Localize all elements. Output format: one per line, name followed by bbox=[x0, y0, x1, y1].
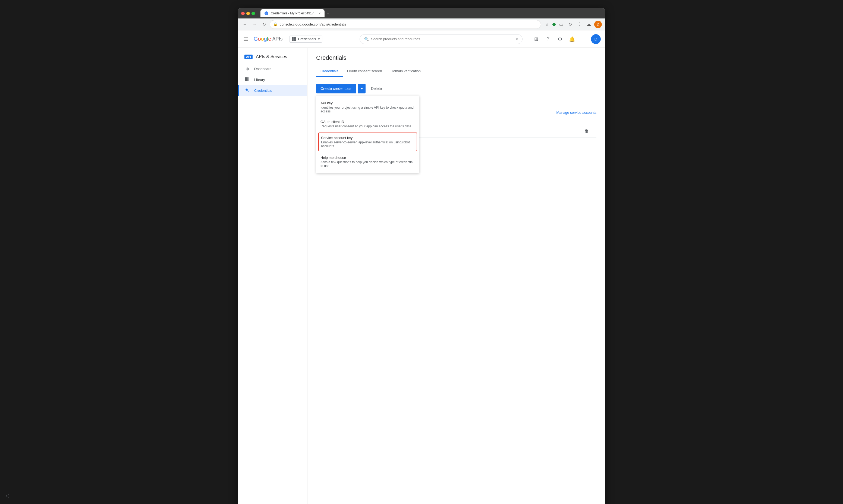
sidebar-label-credentials: Credentials bbox=[254, 89, 272, 93]
svg-rect-5 bbox=[294, 39, 296, 41]
svg-rect-9 bbox=[249, 77, 249, 80]
tab-bar: G Credentials - My Project 4917... ✕ + bbox=[261, 9, 331, 17]
reload-button[interactable]: ↻ bbox=[261, 21, 268, 28]
bookmark-icon[interactable]: ☆ bbox=[543, 21, 551, 28]
shield-icon[interactable]: 🛡 bbox=[576, 21, 584, 28]
cast-icon[interactable]: ▭ bbox=[557, 21, 565, 28]
back-button[interactable]: ← bbox=[241, 21, 249, 28]
logo-e: e bbox=[268, 36, 271, 42]
dropdown-item-service-account-key[interactable]: Service account key Enables server-to-se… bbox=[318, 132, 417, 151]
browser-tab-active[interactable]: G Credentials - My Project 4917... ✕ bbox=[261, 9, 325, 17]
logo-o2: o bbox=[261, 36, 264, 42]
action-bar: Create credentials ▾ Delete API key Iden… bbox=[316, 84, 596, 93]
tab-domain-verification[interactable]: Domain verification bbox=[386, 66, 425, 77]
svg-point-12 bbox=[246, 89, 247, 90]
svg-rect-3 bbox=[294, 37, 296, 39]
dropdown-arrow-icon: ▾ bbox=[361, 86, 363, 91]
toolbar-right-icons: ☆ ▭ ⟳ 🛡 ☁ D bbox=[543, 21, 602, 28]
sidebar-label-dashboard: Dashboard bbox=[254, 67, 272, 71]
sidebar-title: APIs & Services bbox=[256, 54, 287, 59]
service-account-key-title: Service account key bbox=[321, 136, 414, 140]
search-dropdown-icon: ▾ bbox=[516, 37, 518, 41]
browser-toolbar: ← → ↻ 🔒 console.cloud.google.com/apis/cr… bbox=[238, 18, 605, 31]
search-bar[interactable]: 🔍 ▾ bbox=[360, 34, 522, 44]
maximize-button[interactable] bbox=[251, 12, 255, 15]
tab-title: Credentials - My Project 4917... bbox=[271, 12, 317, 15]
avatar-letter: D bbox=[594, 37, 597, 41]
logo-o1: o bbox=[258, 36, 261, 42]
lock-icon: 🔒 bbox=[273, 22, 277, 26]
library-icon bbox=[245, 77, 250, 82]
browser-titlebar: G Credentials - My Project 4917... ✕ + bbox=[238, 8, 605, 18]
create-credentials-label: Create credentials bbox=[321, 86, 352, 91]
tab-credentials[interactable]: Credentials bbox=[316, 66, 343, 77]
create-credentials-button[interactable]: Create credentials bbox=[316, 84, 356, 93]
page-title: Credentials bbox=[316, 54, 596, 61]
logo-g: G bbox=[254, 36, 258, 42]
settings-icon-button[interactable]: ⚙ bbox=[555, 34, 565, 44]
traffic-lights bbox=[241, 12, 255, 15]
search-icon: 🔍 bbox=[364, 37, 369, 41]
project-selector[interactable]: Credentials ▾ bbox=[289, 36, 323, 43]
tab-oauth-consent[interactable]: OAuth consent screen bbox=[343, 66, 387, 77]
tab-favicon-icon: G bbox=[264, 11, 269, 16]
apis-text: APIs bbox=[272, 36, 283, 42]
address-text: console.cloud.google.com/apis/credential… bbox=[280, 22, 346, 26]
forward-button[interactable]: → bbox=[251, 21, 258, 28]
browser-window: G Credentials - My Project 4917... ✕ + ←… bbox=[238, 8, 605, 504]
svg-rect-6 bbox=[245, 77, 246, 80]
row-delete-icon[interactable]: 🗑 bbox=[584, 128, 589, 134]
app-body: API APIs & Services ⊕ Dashboard bbox=[238, 48, 605, 504]
credentials-dropdown-menu: API key Identifies your project using a … bbox=[316, 95, 419, 173]
history-icon[interactable]: ⟳ bbox=[567, 21, 574, 28]
sidebar-item-credentials[interactable]: Credentials bbox=[238, 85, 307, 96]
minimize-button[interactable] bbox=[246, 12, 250, 15]
svg-rect-2 bbox=[292, 37, 293, 39]
sidebar-item-library[interactable]: Library bbox=[238, 74, 307, 85]
api-key-title: API key bbox=[321, 101, 415, 105]
google-apis-logo: Google APIs bbox=[254, 36, 283, 42]
credentials-icon bbox=[245, 88, 250, 93]
google-logo-text: Google bbox=[254, 36, 271, 42]
address-bar[interactable]: 🔒 console.cloud.google.com/apis/credenti… bbox=[270, 20, 541, 29]
new-tab-button[interactable]: + bbox=[325, 10, 331, 17]
svg-line-11 bbox=[247, 90, 249, 91]
svg-rect-8 bbox=[247, 77, 248, 80]
notifications-icon-button[interactable]: 🔔 bbox=[567, 34, 577, 44]
tab-close-icon[interactable]: ✕ bbox=[319, 12, 321, 15]
dropdown-item-api-key[interactable]: API key Identifies your project using a … bbox=[316, 98, 419, 116]
project-name: Credentials bbox=[298, 37, 316, 41]
oauth-client-id-desc: Requests user consent so your app can ac… bbox=[321, 124, 415, 128]
create-credentials-dropdown-button[interactable]: ▾ bbox=[358, 84, 365, 93]
sidebar-label-library: Library bbox=[254, 78, 265, 82]
api-badge: API bbox=[245, 55, 253, 59]
dashboard-icon: ⊕ bbox=[245, 66, 250, 71]
main-content: Credentials Credentials OAuth consent sc… bbox=[307, 48, 605, 504]
sidebar-item-dashboard[interactable]: ⊕ Dashboard bbox=[238, 64, 307, 74]
extension-status-dot bbox=[552, 23, 556, 26]
sidebar-nav: ⊕ Dashboard Library bbox=[238, 64, 307, 96]
project-dropdown-icon: ▾ bbox=[318, 37, 320, 41]
service-account-key-desc: Enables server-to-server, app-level auth… bbox=[321, 140, 414, 148]
help-icon-button[interactable]: ? bbox=[543, 34, 553, 44]
apps-icon-button[interactable]: ⊞ bbox=[531, 34, 541, 44]
delete-button[interactable]: Delete bbox=[368, 84, 385, 93]
dropdown-item-help-me-choose[interactable]: Help me choose Asks a few questions to h… bbox=[316, 152, 419, 171]
tabs-bar: Credentials OAuth consent screen Domain … bbox=[316, 66, 596, 77]
manage-service-accounts-link[interactable]: Manage service accounts bbox=[556, 110, 596, 114]
dropdown-item-oauth-client-id[interactable]: OAuth client ID Requests user consent so… bbox=[316, 116, 419, 131]
sidebar-header: API APIs & Services bbox=[238, 50, 307, 61]
search-input[interactable] bbox=[371, 37, 516, 41]
header-icons: ⊞ ? ⚙ 🔔 ⋮ D bbox=[531, 34, 601, 44]
close-button[interactable] bbox=[241, 12, 245, 15]
svg-rect-4 bbox=[292, 39, 293, 41]
hamburger-menu-button[interactable]: ☰ bbox=[242, 35, 249, 43]
user-avatar[interactable]: D bbox=[591, 34, 601, 44]
cloud-icon[interactable]: ☁ bbox=[585, 21, 593, 28]
oauth-client-id-title: OAuth client ID bbox=[321, 120, 415, 124]
browser-profile-avatar[interactable]: D bbox=[594, 21, 602, 28]
svg-rect-7 bbox=[246, 77, 247, 80]
grid-icon bbox=[292, 37, 296, 41]
more-options-icon-button[interactable]: ⋮ bbox=[579, 34, 589, 44]
app-header: ☰ Google APIs Credentials ▾ 🔍 ▾ bbox=[238, 31, 605, 48]
